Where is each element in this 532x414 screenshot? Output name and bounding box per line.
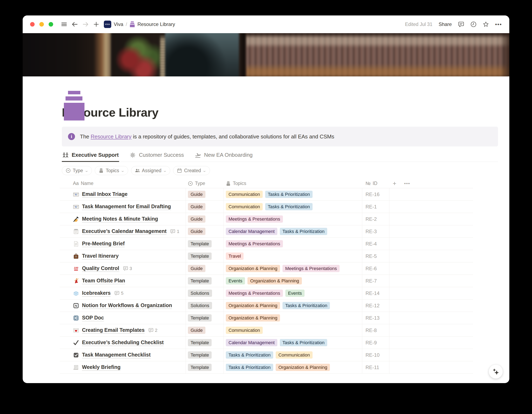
page-link[interactable]: SOP Doc: [82, 315, 104, 321]
table-row[interactable]: SOP Doc Template Organization & Planning…: [60, 312, 473, 324]
page-link[interactable]: Quality Control: [82, 265, 119, 272]
page-link[interactable]: Notion for Workflows & Organization: [82, 302, 172, 309]
page-link[interactable]: Meeting Notes & Minute Taking: [82, 216, 158, 222]
topics-cell[interactable]: Communication: [224, 324, 362, 336]
add-column-button[interactable]: +: [393, 180, 396, 187]
page-link[interactable]: Team Offsite Plan: [82, 278, 125, 284]
id-cell[interactable]: RE-3: [362, 225, 390, 237]
ai-assistant-button[interactable]: [489, 365, 503, 379]
cover-image[interactable]: [23, 33, 509, 76]
page-title[interactable]: Resource Library: [62, 105, 498, 119]
id-cell[interactable]: RE-9: [362, 337, 390, 349]
topics-cell[interactable]: Calendar ManagementTasks & Prioritizatio…: [224, 225, 362, 237]
id-cell[interactable]: RE-5: [362, 250, 390, 262]
topics-cell[interactable]: Travel: [224, 250, 362, 262]
type-cell[interactable]: Guide: [186, 213, 224, 225]
id-cell[interactable]: RE-6: [362, 263, 390, 274]
comment-count-badge[interactable]: 1: [170, 229, 179, 234]
page-link[interactable]: Email Inbox Triage: [82, 191, 128, 198]
name-cell[interactable]: Executive’s Calendar Management 1: [60, 225, 186, 237]
table-row[interactable]: Weekly Briefing Template Tasks & Priorit…: [60, 361, 473, 374]
name-cell[interactable]: N Notion for Workflows & Organization: [60, 300, 186, 312]
comment-count-badge[interactable]: 2: [148, 328, 157, 333]
back-arrow-icon[interactable]: [72, 21, 78, 27]
more-options-icon[interactable]: •••: [495, 21, 502, 28]
page-link[interactable]: Weekly Briefing: [82, 364, 121, 371]
id-cell[interactable]: RE-16: [362, 188, 390, 200]
favorite-star-icon[interactable]: [483, 21, 489, 27]
column-header-topics[interactable]: Topics: [224, 179, 362, 188]
name-cell[interactable]: 100 Quality Control 3: [60, 263, 186, 274]
column-header-id[interactable]: № ID: [362, 179, 390, 188]
column-header-type[interactable]: Type: [186, 179, 224, 188]
page-link[interactable]: Pre-Meeting Brief: [82, 241, 125, 247]
comment-count-badge[interactable]: 3: [123, 266, 132, 271]
zoom-window-button[interactable]: [49, 22, 53, 27]
filter-topics[interactable]: Topics⌄: [95, 166, 128, 175]
name-cell[interactable]: Weekly Briefing: [60, 361, 186, 373]
type-cell[interactable]: Template: [186, 238, 224, 250]
type-cell[interactable]: Solutions: [186, 287, 224, 299]
sidebar-menu-icon[interactable]: [61, 21, 67, 27]
filter-type[interactable]: Type⌄: [62, 166, 92, 175]
type-cell[interactable]: Guide: [186, 201, 224, 213]
name-cell[interactable]: E Email Inbox Triage: [60, 188, 186, 200]
type-cell[interactable]: Guide: [186, 188, 224, 200]
filter-assigned[interactable]: Assigned⌄: [131, 166, 171, 175]
minimize-window-button[interactable]: [39, 22, 44, 27]
page-link[interactable]: Task Management for Email Drafting: [82, 204, 171, 210]
name-cell[interactable]: Task Management Checklist: [60, 349, 186, 361]
column-header-name[interactable]: Aa Name: [60, 179, 186, 188]
table-row[interactable]: Executive’s Calendar Management 1 Guide …: [60, 225, 473, 238]
filter-created[interactable]: Created⌄: [173, 166, 210, 175]
id-cell[interactable]: RE-1: [362, 201, 390, 213]
table-row[interactable]: Executive’s Scheduling Checklist Templat…: [60, 337, 473, 349]
type-cell[interactable]: Template: [186, 312, 224, 324]
callout-link[interactable]: Resource Library: [91, 133, 132, 140]
table-row[interactable]: Creating Email Templates 2 Guide Communi…: [60, 324, 473, 337]
type-cell[interactable]: Template: [186, 349, 224, 361]
page-link[interactable]: Task Management Checklist: [82, 352, 151, 358]
table-row[interactable]: 100 Quality Control 3 Guide Organization…: [60, 263, 473, 275]
type-cell[interactable]: Template: [186, 275, 224, 287]
close-window-button[interactable]: [30, 22, 35, 27]
page-link[interactable]: Travel Itinerary: [82, 253, 119, 260]
topics-cell[interactable]: Meetings & PresentationsEvents: [224, 287, 362, 299]
id-cell[interactable]: RE-4: [362, 238, 390, 250]
table-row[interactable]: Team Offsite Plan Template EventsOrganiz…: [60, 275, 473, 287]
type-cell[interactable]: Template: [186, 337, 224, 349]
topics-cell[interactable]: Organization & Planning: [224, 312, 362, 324]
breadcrumb-workspace[interactable]: Viva: [114, 21, 123, 27]
table-row[interactable]: Travel Itinerary Template Travel RE-5: [60, 250, 473, 263]
page-icon-library[interactable]: [64, 91, 85, 121]
id-cell[interactable]: RE-14: [362, 287, 390, 299]
page-link[interactable]: Executive’s Calendar Management: [82, 228, 166, 235]
history-clock-icon[interactable]: [470, 21, 476, 27]
table-row[interactable]: Meeting Notes & Minute Taking Guide Meet…: [60, 213, 473, 225]
topics-cell[interactable]: Meetings & Presentations: [224, 213, 362, 225]
new-tab-icon[interactable]: [93, 21, 99, 27]
workspace-logo[interactable]: VIVA: [104, 21, 111, 28]
table-row[interactable]: Icebreakers 5 Solutions Meetings & Prese…: [60, 287, 473, 300]
type-cell[interactable]: Solutions: [186, 300, 224, 312]
topics-cell[interactable]: Tasks & PrioritizationCommunication: [224, 349, 362, 361]
table-row[interactable]: Pre-Meeting Brief Template Meetings & Pr…: [60, 238, 473, 250]
topics-cell[interactable]: Organization & PlanningMeetings & Presen…: [224, 263, 362, 274]
type-cell[interactable]: Guide: [186, 324, 224, 336]
page-link[interactable]: Creating Email Templates: [82, 327, 145, 334]
table-row[interactable]: Task Management Checklist Template Tasks…: [60, 349, 473, 361]
breadcrumb-page[interactable]: Resource Library: [137, 21, 175, 27]
topics-cell[interactable]: EventsOrganization & Planning: [224, 275, 362, 287]
id-cell[interactable]: RE-10: [362, 349, 390, 361]
tab-customer-success[interactable]: Customer Success: [129, 150, 184, 162]
name-cell[interactable]: Executive’s Scheduling Checklist: [60, 337, 186, 349]
share-button[interactable]: Share: [439, 21, 452, 27]
page-link[interactable]: Icebreakers: [82, 290, 111, 297]
id-cell[interactable]: RE-2: [362, 213, 390, 225]
comments-icon[interactable]: [458, 21, 464, 27]
table-row[interactable]: E Task Management for Email Drafting Gui…: [60, 201, 473, 213]
id-cell[interactable]: RE-13: [362, 312, 390, 324]
id-cell[interactable]: RE-7: [362, 275, 390, 287]
name-cell[interactable]: Team Offsite Plan: [60, 275, 186, 287]
topics-cell[interactable]: Tasks & PrioritizationOrganization & Pla…: [224, 361, 362, 373]
